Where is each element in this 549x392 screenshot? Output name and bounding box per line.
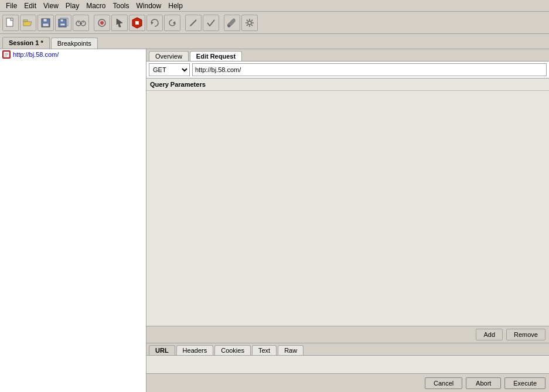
svg-line-29 — [247, 19, 248, 21]
menu-edit[interactable]: Edit — [21, 2, 40, 10]
query-params-area — [146, 91, 549, 326]
text-tab[interactable]: Text — [252, 345, 277, 355]
menu-help[interactable]: Help — [165, 2, 186, 10]
back-icon — [167, 18, 178, 28]
right-panel: Overview Edit Request GET POST PUT DELET… — [146, 49, 549, 392]
cancel-button[interactable]: Cancel — [425, 377, 462, 389]
svg-marker-16 — [117, 19, 122, 27]
url-input[interactable] — [192, 63, 547, 76]
back-button[interactable] — [164, 15, 180, 31]
svg-rect-18 — [135, 21, 139, 25]
record-button[interactable] — [94, 15, 110, 31]
svg-rect-11 — [80, 23, 82, 24]
stop-button[interactable] — [129, 15, 145, 31]
tab-bar: Session 1 * Breakpoints — [0, 34, 549, 49]
settings-button[interactable] — [241, 15, 258, 31]
pencil-icon — [188, 18, 199, 28]
session-tab[interactable]: Session 1 * — [2, 37, 50, 49]
save-all-button[interactable] — [55, 15, 71, 31]
raw-tab[interactable]: Raw — [278, 345, 304, 355]
svg-line-30 — [251, 25, 253, 26]
menu-file[interactable]: File — [2, 2, 21, 10]
menu-bar: File Edit View Play Macro Tools Window H… — [0, 0, 549, 12]
replay-icon — [149, 18, 160, 28]
remove-param-button[interactable]: Remove — [506, 329, 545, 340]
stop-icon — [131, 16, 144, 29]
bottom-content-area — [146, 356, 549, 373]
svg-rect-6 — [60, 19, 63, 22]
sub-tab-bar: Overview Edit Request — [146, 49, 549, 62]
select-icon — [114, 18, 125, 28]
svg-marker-19 — [151, 21, 154, 25]
svg-rect-13 — [83, 21, 84, 23]
main-layout: http://bj.58.com/ Overview Edit Request … — [0, 49, 549, 392]
save-icon — [40, 18, 51, 28]
verify-button[interactable] — [203, 15, 219, 31]
page-icon — [2, 50, 11, 59]
menu-window[interactable]: Window — [133, 2, 165, 10]
headers-tab[interactable]: Headers — [176, 345, 214, 355]
sidebar-item-url[interactable]: http://bj.58.com/ — [0, 49, 146, 60]
sidebar: http://bj.58.com/ — [0, 49, 146, 392]
svg-point-24 — [248, 21, 251, 25]
new-button[interactable] — [2, 15, 19, 31]
checkmark-icon — [206, 18, 216, 28]
svg-rect-35 — [5, 54, 8, 55]
find-button[interactable] — [73, 15, 89, 31]
query-params-label: Query Parameters — [146, 79, 549, 91]
url-tab[interactable]: URL — [149, 345, 175, 355]
svg-line-21 — [190, 20, 196, 26]
replay-button[interactable] — [146, 15, 163, 31]
select-button[interactable] — [111, 15, 128, 31]
svg-marker-20 — [173, 21, 175, 25]
overview-tab[interactable]: Overview — [149, 51, 189, 61]
tools-icon — [227, 18, 237, 28]
request-line: GET POST PUT DELETE HEAD OPTIONS — [146, 62, 549, 79]
toolbar — [0, 12, 549, 34]
menu-view[interactable]: View — [40, 2, 62, 10]
svg-rect-12 — [78, 21, 79, 23]
edit-request-tab[interactable]: Edit Request — [190, 51, 242, 61]
svg-line-31 — [251, 19, 253, 21]
new-icon — [5, 18, 16, 28]
svg-rect-36 — [5, 56, 7, 56]
add-param-button[interactable]: Add — [476, 329, 503, 340]
action-btn-bar: Cancel Abort Execute — [146, 373, 549, 392]
method-select[interactable]: GET POST PUT DELETE HEAD OPTIONS — [149, 63, 190, 76]
binoculars-icon — [76, 18, 86, 28]
abort-button[interactable]: Abort — [466, 377, 501, 389]
open-button[interactable] — [20, 15, 36, 31]
param-btn-bar: Add Remove — [146, 326, 549, 343]
svg-rect-4 — [43, 23, 49, 26]
save-button[interactable] — [37, 15, 54, 31]
menu-tools[interactable]: Tools — [110, 2, 133, 10]
svg-rect-34 — [5, 53, 8, 54]
tools-button[interactable] — [224, 15, 240, 31]
svg-rect-0 — [6, 18, 13, 26]
execute-button[interactable]: Execute — [504, 377, 545, 389]
open-icon — [23, 18, 33, 28]
svg-rect-3 — [43, 19, 47, 22]
record-icon — [97, 18, 107, 28]
svg-point-15 — [100, 21, 104, 25]
breakpoints-tab[interactable]: Breakpoints — [51, 38, 98, 49]
cookies-tab[interactable]: Cookies — [214, 345, 251, 355]
svg-line-32 — [247, 25, 248, 26]
menu-macro[interactable]: Macro — [83, 2, 109, 10]
menu-play[interactable]: Play — [62, 2, 83, 10]
bottom-tab-bar: URL Headers Cookies Text Raw — [146, 343, 549, 356]
edit-button[interactable] — [185, 15, 202, 31]
gear-icon — [244, 18, 255, 28]
save-all-icon — [58, 18, 69, 28]
